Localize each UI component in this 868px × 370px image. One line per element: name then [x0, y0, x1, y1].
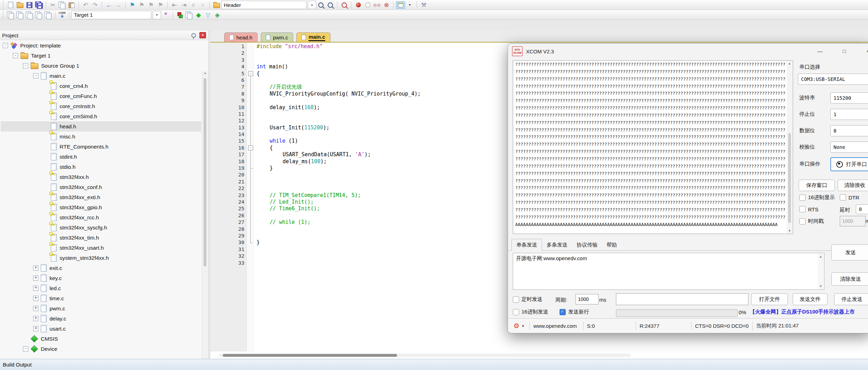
uncomment-button[interactable]: //	[198, 1, 207, 9]
tree-item-head-h[interactable]: -head.h	[1, 121, 201, 131]
timestamp-checkbox[interactable]: 时间戳	[799, 218, 824, 225]
toolbar-grip[interactable]	[2, 1, 5, 9]
cut-button[interactable]: ✂	[48, 1, 58, 9]
close-button[interactable]: ×	[862, 47, 868, 56]
send-tab-[interactable]: 多条发送	[542, 239, 572, 250]
build-button[interactable]	[15, 11, 25, 19]
fold-collapse-icon[interactable]: -	[248, 71, 253, 76]
tree-item-rte-components-h[interactable]: -RTE_Components.h	[1, 142, 201, 152]
editor-tab-pwm-c[interactable]: pwm.c	[261, 32, 293, 42]
tree-item-stdint-h[interactable]: -stdint.h	[1, 152, 201, 162]
open-file-button[interactable]: 打开文件	[751, 293, 788, 305]
configure-windows-caret[interactable]: ▾	[405, 1, 414, 9]
project-tree-scrollbar[interactable]: ▲ ▼	[202, 71, 208, 370]
send-button[interactable]: 发送	[831, 244, 868, 260]
append-newline-checkbox[interactable]: 发送新行	[559, 309, 589, 315]
undo-button[interactable]: ↶	[81, 1, 90, 9]
batch-setup-button[interactable]	[44, 11, 53, 19]
send-scrollbar[interactable]: ▲ ▼	[818, 254, 824, 289]
scroll-down-icon[interactable]: ▼	[787, 229, 792, 233]
header-combobox-caret[interactable]: ▾	[308, 1, 316, 9]
maximize-button[interactable]: □	[838, 47, 850, 56]
kill-all-breakpoints-button[interactable]: ⊗	[382, 1, 391, 9]
tree-expander-icon[interactable]: -	[33, 73, 38, 78]
tree-item-core-cminstr-h[interactable]: -core_cmInstr.h	[1, 101, 201, 111]
tree-expander-icon[interactable]: +	[33, 275, 38, 281]
tree-item-stdio-h[interactable]: -stdio.h	[1, 162, 201, 172]
translate-button[interactable]	[6, 11, 15, 19]
tree-item-stm32f4xx-syscfg-h[interactable]: -stm32f4xx_syscfg.h	[1, 222, 201, 233]
tree-item-stm32f4xx-conf-h[interactable]: -stm32f4xx_conf.h	[1, 182, 201, 192]
tree-item-led-c[interactable]: +led.c	[1, 283, 201, 293]
rebuild-button[interactable]	[25, 11, 34, 19]
tree-expander-icon[interactable]: +	[33, 326, 38, 331]
tree-item-device[interactable]: -Device	[1, 344, 201, 354]
configure-windows-button[interactable]	[396, 1, 405, 9]
tree-item-stm32f4xx-gpio-h[interactable]: -stm32f4xx_gpio.h	[1, 202, 201, 212]
rts-checkbox[interactable]: RTS	[799, 206, 818, 212]
timed-send-checkbox[interactable]: 定时发送	[513, 296, 542, 303]
tree-expander-icon[interactable]: +	[33, 265, 38, 271]
gear-icon[interactable]: ⚙	[513, 322, 519, 330]
tree-item-cmsis[interactable]: -CMSIS	[1, 334, 201, 344]
tree-item-delay-c[interactable]: +delay.c	[1, 314, 201, 324]
tree-item-stm32f4xx-usart-h[interactable]: -stm32f4xx_usart.h	[1, 243, 201, 253]
paste-button[interactable]	[67, 1, 76, 9]
manage-books-button[interactable]	[184, 11, 194, 19]
tree-item-source-group-1[interactable]: -Source Group 1	[1, 61, 201, 71]
send-tab-[interactable]: 帮助	[602, 239, 622, 250]
receive-scrollbar[interactable]: ▲ ▼	[787, 61, 792, 233]
select-software-packs-button[interactable]: ▽	[203, 11, 213, 19]
hex-display-checkbox[interactable]: 16进制显示	[799, 194, 835, 201]
navigate-back-button[interactable]: ←	[104, 1, 114, 9]
save-button[interactable]	[25, 1, 34, 9]
stop-send-button[interactable]: 停止发送	[834, 293, 868, 305]
minimize-button[interactable]: —	[814, 47, 826, 56]
tree-expander-icon[interactable]: -	[13, 53, 18, 58]
tree-item-stm32f4xx-rcc-h[interactable]: -stm32f4xx_rcc.h	[1, 212, 201, 222]
tree-expander-icon[interactable]: +	[33, 296, 38, 301]
tree-expander-icon[interactable]: +	[33, 316, 38, 321]
delay-select[interactable]: 0	[856, 204, 868, 214]
header-combobox[interactable]: Header	[221, 1, 306, 9]
scroll-down-icon[interactable]: ▼	[818, 284, 824, 288]
hex-send-checkbox[interactable]: 16进制发送	[513, 309, 548, 315]
tree-item-core-cm4-h[interactable]: -core_cm4.h	[1, 81, 201, 91]
scroll-up-icon[interactable]: ▲	[202, 71, 208, 77]
close-panel-button[interactable]: ×	[199, 32, 206, 38]
dtr-checkbox[interactable]: DTR	[840, 194, 859, 201]
navigate-forward-button[interactable]: →	[114, 1, 123, 9]
editor-horizontal-scrollbar[interactable]	[219, 354, 631, 357]
gear-caret-icon[interactable]: ▼	[521, 324, 525, 328]
new-file-button[interactable]	[6, 1, 15, 9]
tree-item-usart-c[interactable]: +usart.c	[1, 324, 201, 334]
target-combobox-caret[interactable]: ▾	[153, 11, 161, 19]
period-input[interactable]: 1000	[576, 294, 599, 304]
status-website[interactable]: www.openedv.com	[533, 323, 577, 329]
port-field-select-1[interactable]: 115200	[830, 92, 868, 104]
tree-expander-icon[interactable]: +	[33, 306, 38, 311]
send-tab-[interactable]: 协议传输	[572, 239, 602, 250]
disable-all-breakpoints-button[interactable]: ⊘⊘	[372, 1, 382, 9]
promo-link[interactable]: 【火爆全网】正点原子DS100手持示波器上市	[750, 309, 855, 315]
header-find-icon[interactable]	[212, 1, 221, 9]
tree-item-misc-h[interactable]: -misc.h	[1, 131, 201, 142]
toggle-breakpoint-button[interactable]	[353, 1, 363, 9]
send-tab-[interactable]: 单条发送	[511, 239, 542, 251]
scroll-up-icon[interactable]: ▲	[818, 255, 824, 258]
timestamp-input[interactable]: 1000	[840, 216, 866, 226]
find-in-files-button[interactable]	[316, 1, 326, 9]
unindent-button[interactable]: ⇤	[170, 1, 179, 9]
port-select[interactable]: COM3:USB-SERIAL	[798, 74, 868, 85]
send-text[interactable]: 开源电子网:www.openedv.com	[516, 255, 816, 262]
scrollbar-thumb[interactable]	[788, 133, 791, 223]
tree-item-main-c[interactable]: -main.c	[1, 71, 201, 81]
send-area[interactable]: 开源电子网:www.openedv.com ▲ ▼	[513, 253, 824, 290]
manage-rte-button[interactable]: ◆	[194, 11, 203, 19]
download-button[interactable]: LOAD⇊	[58, 11, 67, 19]
manage-project-items-button[interactable]	[175, 11, 184, 19]
tree-item-system-stm32f4xx-h[interactable]: -system_stm32f4xx.h	[1, 253, 201, 263]
find-button[interactable]	[340, 1, 349, 9]
tree-item-pwm-c[interactable]: +pwm.c	[1, 303, 201, 314]
previous-bookmark-button[interactable]: ⚑	[137, 1, 146, 9]
